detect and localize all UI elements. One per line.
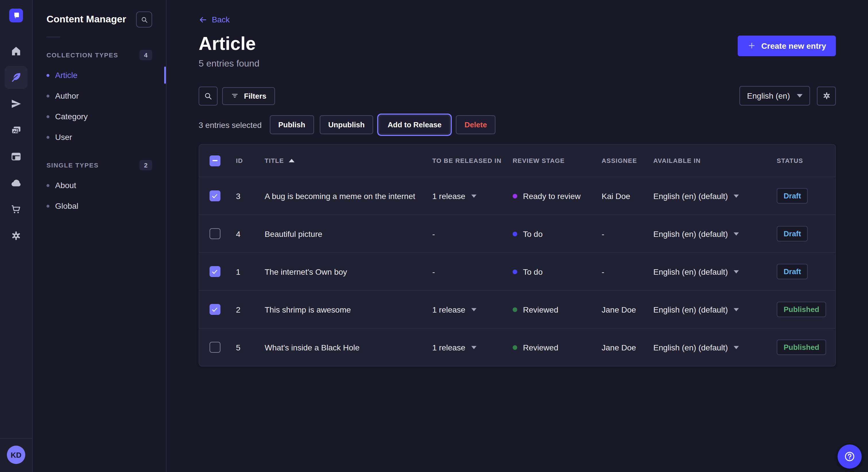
create-new-entry-button[interactable]: Create new entry: [738, 35, 836, 56]
cell-release: -: [428, 229, 508, 238]
cart-icon[interactable]: [5, 198, 28, 221]
cell-available-in: English (en) (default): [649, 343, 772, 352]
create-button-label: Create new entry: [761, 41, 826, 50]
cell-assignee: -: [597, 267, 649, 276]
gear-icon[interactable]: [817, 86, 836, 105]
release-caret[interactable]: [471, 308, 476, 311]
cell-title: What's inside a Black Hole: [255, 343, 428, 352]
cell-assignee: -: [597, 229, 649, 238]
add-to-release-button[interactable]: Add to Release: [379, 115, 450, 134]
arrow-left-icon: [198, 15, 207, 24]
locale-caret[interactable]: [734, 232, 739, 235]
sidebar-item-user[interactable]: User: [33, 127, 166, 147]
gear-icon[interactable]: [5, 224, 28, 247]
app-window: KD Content Manager COLLECTION TYPES 4 Ar…: [0, 0, 868, 472]
cell-title: The internet's Own boy: [255, 267, 428, 276]
cell-title: This shrimp is awesome: [255, 305, 428, 314]
locale-caret[interactable]: [734, 345, 739, 349]
cell-id: 2: [230, 305, 255, 314]
row-checkbox[interactable]: [209, 304, 220, 315]
table-row[interactable]: 1 The internet's Own boy - To do - Engli…: [199, 252, 835, 290]
table-row[interactable]: 4 Beautiful picture - To do - English (e…: [199, 214, 835, 252]
table-row[interactable]: 5 What's inside a Black Hole 1 release R…: [199, 328, 835, 366]
help-button[interactable]: [838, 444, 862, 469]
sidebar-item-article[interactable]: Article: [33, 65, 166, 86]
cell-status: Published: [772, 339, 835, 355]
table-row[interactable]: 2 This shrimp is awesome 1 release Revie…: [199, 290, 835, 328]
cell-title: A bug is becoming a meme on the internet: [255, 191, 428, 200]
publish-button[interactable]: Publish: [270, 115, 314, 134]
search-icon[interactable]: [198, 86, 218, 105]
cell-review-stage: To do: [508, 229, 597, 238]
cell-review-stage: To do: [508, 267, 597, 276]
selection-count: 3 entries selected: [198, 120, 261, 129]
chevron-down-icon: [797, 94, 803, 98]
cell-status: Published: [772, 302, 835, 317]
cell-available-in: English (en) (default): [649, 267, 772, 276]
status-badge: Draft: [777, 226, 808, 241]
page-title: Article: [198, 34, 259, 53]
entries-table: ID TITLE TO BE RELEASED IN REVIEW STAGE …: [198, 144, 836, 367]
cell-review-stage: Reviewed: [508, 343, 597, 352]
section-count-badge: 2: [140, 160, 152, 170]
status-badge: Draft: [777, 264, 808, 279]
cell-assignee: Kai Doe: [597, 191, 649, 200]
row-checkbox[interactable]: [209, 228, 220, 239]
delete-button[interactable]: Delete: [456, 115, 495, 134]
select-all-checkbox[interactable]: [209, 155, 220, 166]
filters-label: Filters: [244, 92, 267, 100]
unpublish-button[interactable]: Unpublish: [319, 115, 373, 134]
stage-dot: [513, 231, 517, 236]
table-header-row: ID TITLE TO BE RELEASED IN REVIEW STAGE …: [199, 144, 835, 177]
row-checkbox[interactable]: [209, 266, 220, 277]
stage-dot: [513, 345, 517, 349]
back-link[interactable]: Back: [198, 15, 229, 24]
status-badge: Published: [777, 302, 826, 317]
release-caret[interactable]: [471, 194, 476, 198]
subnav: Content Manager COLLECTION TYPES 4 Artic…: [33, 0, 166, 472]
images-icon[interactable]: [5, 119, 28, 142]
sidebar-item-global[interactable]: Global: [33, 196, 166, 216]
feather-icon[interactable]: [5, 66, 28, 89]
stage-dot: [513, 194, 517, 198]
search-icon[interactable]: [136, 11, 152, 28]
cell-release: 1 release: [428, 305, 508, 314]
sidebar-item-label: Category: [55, 112, 88, 121]
bullet-icon: [46, 184, 50, 187]
stage-dot: [513, 269, 517, 274]
cell-status: Draft: [772, 226, 835, 241]
cell-release: 1 release: [428, 343, 508, 352]
sidebar-item-category[interactable]: Category: [33, 106, 166, 127]
table-row[interactable]: 3 A bug is becoming a meme on the intern…: [199, 177, 835, 214]
sidebar-item-about[interactable]: About: [33, 175, 166, 196]
back-label: Back: [212, 15, 229, 24]
locale-value: English (en): [747, 91, 790, 100]
release-caret[interactable]: [471, 345, 476, 349]
cell-id: 5: [230, 343, 255, 352]
bullet-icon: [46, 115, 50, 118]
sidebar-item-label: Article: [55, 71, 78, 80]
row-checkbox[interactable]: [209, 342, 220, 353]
cell-available-in: English (en) (default): [649, 305, 772, 314]
sidebar-item-author[interactable]: Author: [33, 86, 166, 106]
cell-assignee: Jane Doe: [597, 343, 649, 352]
layout-icon[interactable]: [5, 145, 28, 168]
column-header-status: STATUS: [772, 157, 835, 164]
strapi-logo-icon[interactable]: [9, 9, 23, 22]
paper-plane-icon[interactable]: [5, 92, 28, 115]
locale-select[interactable]: English (en): [740, 86, 810, 105]
bullet-icon: [46, 136, 50, 138]
bullet-icon: [46, 204, 50, 207]
stage-dot: [513, 307, 517, 312]
column-header-title[interactable]: TITLE: [255, 157, 428, 164]
locale-caret[interactable]: [734, 194, 739, 198]
cell-status: Draft: [772, 188, 835, 204]
avatar[interactable]: KD: [7, 446, 25, 464]
cell-available-in: English (en) (default): [649, 191, 772, 200]
filters-button[interactable]: Filters: [222, 87, 275, 105]
row-checkbox[interactable]: [209, 191, 220, 201]
home-icon[interactable]: [5, 40, 28, 63]
locale-caret[interactable]: [734, 308, 739, 311]
locale-caret[interactable]: [734, 270, 739, 273]
cloud-icon[interactable]: [5, 171, 28, 194]
